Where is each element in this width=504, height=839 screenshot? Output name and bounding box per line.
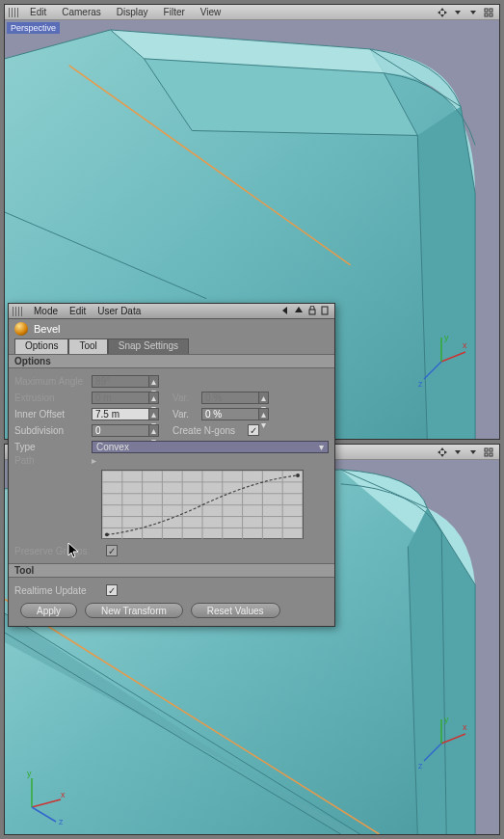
svg-rect-17 [490,448,492,451]
svg-rect-41 [322,307,328,314]
svg-rect-3 [490,14,492,16]
layout-icon[interactable] [482,7,495,18]
bevel-icon [14,322,28,336]
up-icon[interactable] [294,306,304,317]
label-realtime: Realtime Update [14,585,106,596]
label-max-angle: Maximum Angle [14,376,92,387]
multi-arrow-icon-2[interactable] [436,447,449,458]
label-ngons: Create N-gons [172,425,248,436]
field-subdivision[interactable]: 0 [92,424,149,437]
attribute-panel: Mode Edit User Data Bevel Options Tool S… [8,303,335,627]
section-options: Options [9,354,334,368]
label-preserve: Preserve Groups [14,546,106,556]
dropdown-type[interactable]: Convex▾ [92,441,329,453]
down-arrow-2-icon-2[interactable] [466,447,480,458]
field-inner-offset[interactable]: 7.5 m [92,408,149,420]
svg-point-60 [105,532,109,536]
panel-menu-edit[interactable]: Edit [64,306,92,316]
reset-values-button[interactable]: Reset Values [191,603,280,618]
svg-rect-19 [490,453,492,456]
label-subdivision: Subdivision [14,425,92,436]
svg-rect-18 [485,453,488,456]
svg-rect-2 [485,14,488,16]
svg-text:z: z [418,379,423,389]
field-inner-var[interactable]: 0 % [201,408,259,420]
svg-line-10 [441,352,465,362]
panel-tabs: Options Tool Snap Settings [9,338,334,354]
label-extrusion: Extrusion [14,392,92,403]
panel-title: Bevel [34,323,61,335]
spinner-extrusion-var: ▴▾ [259,392,269,404]
new-transform-button[interactable]: New Transform [85,603,183,618]
layout-icon-2[interactable] [482,447,495,458]
svg-line-12 [424,362,441,379]
checkbox-preserve: ✓ [106,545,118,556]
svg-text:y: y [444,333,449,342]
svg-text:x: x [463,722,467,732]
svg-line-34 [441,734,465,744]
svg-line-36 [424,744,441,761]
grip-icon[interactable] [13,307,24,316]
menu-edit[interactable]: Edit [22,7,54,17]
lock-icon[interactable] [307,306,317,317]
new-icon[interactable] [321,306,331,317]
svg-rect-0 [485,9,488,12]
down-arrow-2-icon[interactable] [466,7,480,18]
spinner-inner-offset[interactable]: ▴▾ [149,408,159,420]
panel-menu-userdata[interactable]: User Data [92,306,146,316]
svg-text:z: z [418,761,423,771]
panel-menu-mode[interactable]: Mode [28,306,64,316]
menu-cameras[interactable]: Cameras [54,7,109,17]
svg-point-61 [296,474,300,477]
curve-graph[interactable] [101,470,304,539]
down-arrow-icon-2[interactable] [451,447,464,458]
grip-icon [9,8,18,17]
menu-view[interactable]: View [193,7,229,17]
label-inner-var: Var. [172,409,201,420]
svg-rect-40 [309,310,315,314]
tab-options[interactable]: Options [14,338,68,354]
svg-text:z: z [59,817,64,826]
svg-text:x: x [463,340,467,350]
spinner-extrusion: ▴▾ [149,392,159,404]
axis-gizmo-bl[interactable]: x y z [13,769,70,826]
down-arrow-icon[interactable] [451,7,464,18]
panel-menubar: Mode Edit User Data [9,304,334,319]
field-extrusion: 0 m [92,392,149,404]
label-extrusion-var: Var. [172,392,201,403]
svg-rect-16 [485,448,488,451]
spinner-subdivision[interactable]: ▴▾ [149,424,159,437]
svg-line-30 [32,807,56,822]
svg-line-28 [32,799,61,807]
menu-display[interactable]: Display [109,7,156,17]
panel-header: Bevel [9,319,334,338]
axis-gizmo-top[interactable]: x y z [412,333,470,391]
spinner-inner-var[interactable]: ▴▾ [259,408,269,420]
svg-text:x: x [61,790,66,799]
svg-text:y: y [27,769,32,778]
multi-arrow-icon[interactable] [436,7,449,18]
checkbox-ngons[interactable]: ✓ [248,424,259,436]
menu-filter[interactable]: Filter [156,7,193,17]
axis-gizmo-br[interactable]: x y z [412,715,470,772]
back-icon[interactable] [280,306,290,317]
checkbox-realtime[interactable]: ✓ [106,584,118,596]
tab-snap[interactable]: Snap Settings [108,338,189,354]
apply-button[interactable]: Apply [20,603,77,618]
spinner-max-angle: ▴▾ [149,375,159,388]
svg-text:y: y [444,715,449,724]
tab-tool[interactable]: Tool [68,338,107,354]
label-path: Path [14,455,92,466]
field-max-angle: 89° [92,375,149,388]
svg-rect-1 [490,9,492,12]
field-extrusion-var: 0 % [201,392,259,404]
label-type: Type [14,442,92,452]
cursor-icon [67,542,81,559]
viewport-menubar: Edit Cameras Display Filter View [5,5,499,20]
section-tool: Tool [9,563,334,578]
label-inner-offset: Inner Offset [14,409,92,420]
